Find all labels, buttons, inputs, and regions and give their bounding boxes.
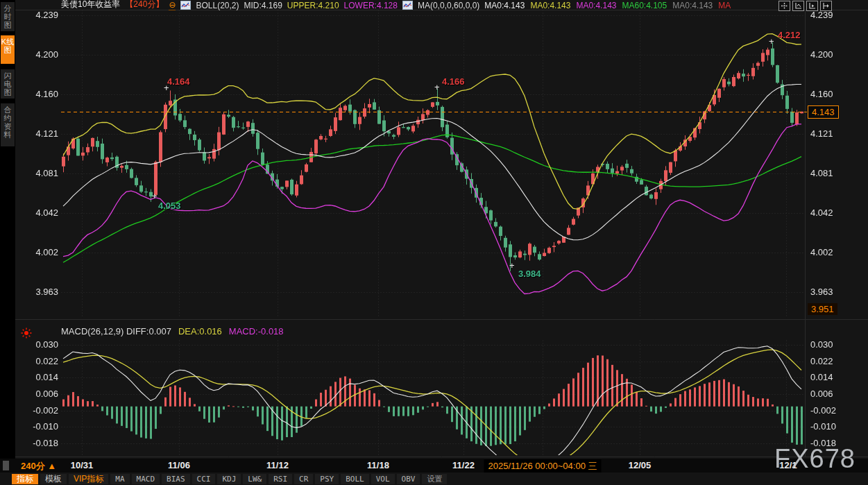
macd-tick-right: 0.006 [810,389,833,399]
macd-tick-left: -0.002 [15,405,58,416]
macd-dea-label: DEA:0.016 [178,326,222,337]
price-annotation: 4.166 [442,76,465,87]
price-tick-left: 4.081 [15,168,58,178]
fx678-watermark: FX678 [774,444,856,474]
price-tick-left: 4.160 [15,89,58,99]
toolbar-button-MACD[interactable]: MACD [132,474,160,484]
price-tick-right: 3.963 [810,287,833,297]
price-tick-right: 4.002 [810,247,833,257]
alert-icon[interactable] [21,327,32,341]
instrument-title: 美债10年收益率 [61,0,120,10]
extreme-marker-icon: + [152,193,158,200]
extreme-marker-icon: + [769,38,774,45]
toolbar-button-BIAS[interactable]: BIAS [162,474,190,484]
price-tick-left: 4.121 [15,128,58,139]
chart-app: 分时图K线图闪电图合约资料 美债10年收益率 【240分】 ⊖ BOLL(20,… [0,0,868,485]
exit-fullscreen-icon[interactable] [820,1,832,11]
ma-value-1: MA0:4.143 [484,1,525,10]
toolbar-button-模板[interactable]: 模板 [40,474,67,484]
ma-value-3: MA0:4.143 [576,1,616,10]
chart-header: 美债10年收益率 【240分】 ⊖ BOLL(20,2) MID:4.169 U… [61,0,731,10]
ma-value-2: MA0:4.143 [530,1,570,10]
price-annotation: 4.164 [167,76,190,87]
macd-tick-right: 0.014 [810,372,833,382]
chart-play-icon[interactable] [806,1,818,11]
toolbar-button-RSI[interactable]: RSI [269,474,292,484]
macd-diff-label: MACD(26,12,9) DIFF:0.007 [61,326,171,337]
macd-tick-right: 0.022 [810,356,833,366]
period-tag: 【240分】 [125,0,164,10]
toolbar-button-OBV[interactable]: OBV [397,474,420,484]
price-tick-left: 4.042 [15,207,58,218]
sidebar-tab-4[interactable]: 合约资料 [1,103,15,146]
date-label: 11/18 [367,460,389,470]
ma-indicator-icon[interactable] [402,1,413,10]
macd-tick-right: -0.010 [810,421,836,432]
toolbar-button-PSY[interactable]: PSY [315,474,339,484]
collapse-icon[interactable]: ⊖ [169,0,176,10]
period-selector[interactable]: 240分 ▲ [21,460,56,473]
extreme-marker-icon: + [164,85,169,92]
settings-button[interactable]: 设置 [422,474,447,484]
toolbar-button-VOL[interactable]: VOL [371,474,395,484]
price-tick-left: 4.002 [15,247,58,257]
macd-tick-right: -0.002 [810,405,836,416]
price-annotation: 3.984 [518,269,541,279]
price-tick-right: 4.081 [810,168,833,178]
ma-values: MA0:4.143MA0:4.143MA0:4.143MA60:4.105MA0… [484,1,731,10]
sidebar-tab-3[interactable]: 闪电图 [1,69,15,99]
price-annotation: 4.053 [158,201,181,211]
price-tick-right: 4.160 [810,89,833,99]
chart-canvas[interactable] [0,0,868,485]
toolbar-button-KDJ[interactable]: KDJ [217,474,241,484]
price-tick-left: 4.239 [15,10,58,20]
price-tick-right: 4.239 [810,10,833,20]
boll-mid-value: MID:4.169 [244,1,282,10]
toolbar-button-CCI[interactable]: CCI [192,474,216,484]
macd-value-label: MACD:-0.018 [229,326,284,337]
date-label: 10/31 [71,460,94,470]
ma-label: MA(0,0,0,60,0,0) [418,1,479,10]
price-tick-right: 4.042 [810,207,833,218]
crosshair-move-icon[interactable] [778,1,790,11]
macd-tick-left: -0.010 [15,421,58,432]
date-axis: 240分 ▲ 10/3111/0611/1211/1811/2212/0512/… [0,459,868,473]
chart-pane-icon[interactable] [792,1,804,11]
date-label: 11/06 [168,460,190,470]
toolbar-button-LW&[interactable]: LW& [243,474,266,484]
price-annotation: 4.212 [778,30,801,40]
ma-value-4: MA60:4.105 [622,1,667,10]
macd-tick-left: -0.018 [15,438,58,448]
date-label: 11/12 [266,460,289,470]
sidebar-tab-2[interactable]: K线图 [1,35,15,64]
extreme-marker-icon: + [509,262,515,269]
toolbar-button-指标[interactable]: 指标 [12,474,38,484]
macd-tick-right: 0.030 [810,339,833,350]
sidebar-tab-1[interactable]: 分时图 [1,2,15,31]
boll-label: BOLL(20,2) [196,1,239,10]
resize-handle[interactable] [3,461,9,470]
boll-lower-value: LOWER:4.128 [344,1,398,10]
toolbar-button-VIP指标[interactable]: VIP指标 [69,474,108,484]
extreme-marker-icon: + [434,84,440,91]
toolbar-button-CR[interactable]: CR [294,474,313,484]
macd-tick-left: 0.022 [15,356,58,366]
macd-header: MACD(26,12,9) DIFF:0.007 DEA:0.016 MACD:… [61,326,284,337]
date-label: 11/22 [452,460,475,470]
date-label: 12/05 [629,460,652,470]
boll-upper-value: UPPER:4.210 [287,1,339,10]
price-tick-right: 4.200 [810,49,833,60]
sidebar: 分时图K线图闪电图合约资料 [0,0,15,459]
ma-value-5: MA0:4.143 [672,1,713,10]
boll-indicator-icon[interactable] [180,1,191,10]
header-toolbar-icons [778,1,832,11]
highlighted-date-label: 2025/11/26 00:00~04:00 三 [484,459,602,473]
toolbar-button-BOLL[interactable]: BOLL [341,474,369,484]
macd-tick-left: 0.006 [15,389,58,399]
indicator-toolbar: 指标模板VIP指标MAMACDBIASCCIKDJLW&RSICRPSYBOLL… [0,473,868,485]
price-tick-left: 4.200 [15,49,58,60]
macd-tick-left: 0.014 [15,372,58,382]
price-tick-left: 3.963 [15,287,58,297]
toolbar-button-MA[interactable]: MA [110,474,129,484]
low-price-badge: 3.951 [808,303,837,315]
